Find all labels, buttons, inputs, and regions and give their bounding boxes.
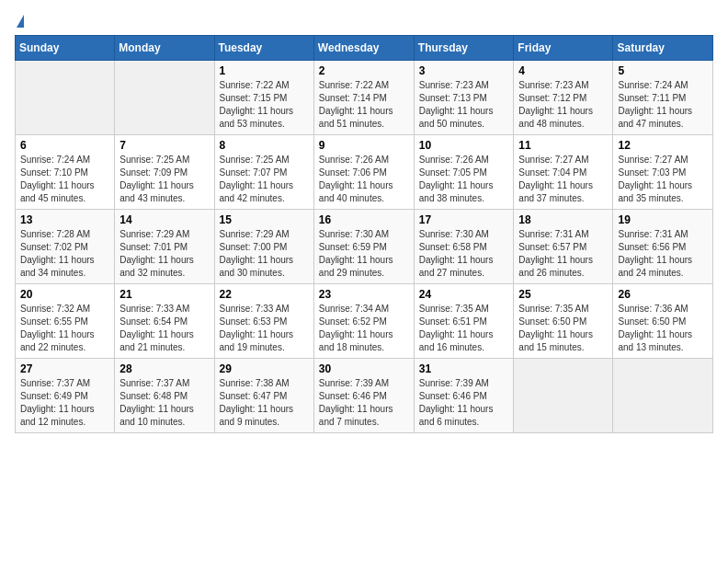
day-number: 30 <box>319 362 409 375</box>
day-info: Sunrise: 7:39 AM Sunset: 6:46 PM Dayligh… <box>419 377 509 429</box>
day-info: Sunrise: 7:35 AM Sunset: 6:50 PM Dayligh… <box>518 303 608 354</box>
calendar-cell: 12Sunrise: 7:27 AM Sunset: 7:03 PM Dayli… <box>613 135 713 210</box>
page-header <box>15 15 713 28</box>
calendar-cell <box>16 61 115 135</box>
day-info: Sunrise: 7:27 AM Sunset: 7:04 PM Dayligh… <box>518 154 608 205</box>
day-number: 17 <box>419 213 509 226</box>
calendar-cell: 1Sunrise: 7:22 AM Sunset: 7:15 PM Daylig… <box>214 61 313 135</box>
day-number: 10 <box>419 139 509 152</box>
calendar-cell: 14Sunrise: 7:29 AM Sunset: 7:01 PM Dayli… <box>115 210 214 284</box>
day-info: Sunrise: 7:25 AM Sunset: 7:09 PM Dayligh… <box>119 154 209 205</box>
day-header-monday: Monday <box>115 36 214 61</box>
calendar-cell: 7Sunrise: 7:25 AM Sunset: 7:09 PM Daylig… <box>115 135 214 210</box>
calendar-cell: 25Sunrise: 7:35 AM Sunset: 6:50 PM Dayli… <box>514 284 613 359</box>
day-info: Sunrise: 7:26 AM Sunset: 7:05 PM Dayligh… <box>419 154 509 205</box>
day-header-wednesday: Wednesday <box>313 36 414 61</box>
calendar-week-row: 20Sunrise: 7:32 AM Sunset: 6:55 PM Dayli… <box>16 284 713 359</box>
day-info: Sunrise: 7:30 AM Sunset: 6:58 PM Dayligh… <box>419 228 509 280</box>
day-number: 6 <box>20 139 109 152</box>
calendar-cell: 15Sunrise: 7:29 AM Sunset: 7:00 PM Dayli… <box>214 210 313 284</box>
calendar-header-row: SundayMondayTuesdayWednesdayThursdayFrid… <box>16 36 713 61</box>
day-info: Sunrise: 7:38 AM Sunset: 6:47 PM Dayligh… <box>220 377 309 429</box>
day-number: 16 <box>319 213 409 226</box>
calendar-week-row: 13Sunrise: 7:28 AM Sunset: 7:02 PM Dayli… <box>16 210 713 284</box>
day-number: 21 <box>119 288 209 301</box>
day-info: Sunrise: 7:33 AM Sunset: 6:53 PM Dayligh… <box>220 303 309 354</box>
calendar-week-row: 1Sunrise: 7:22 AM Sunset: 7:15 PM Daylig… <box>16 61 713 135</box>
day-number: 2 <box>319 64 409 77</box>
day-info: Sunrise: 7:26 AM Sunset: 7:06 PM Dayligh… <box>319 154 409 205</box>
day-number: 26 <box>618 288 708 301</box>
logo-triangle-icon <box>17 15 24 28</box>
calendar-cell: 4Sunrise: 7:23 AM Sunset: 7:12 PM Daylig… <box>514 61 613 135</box>
calendar-cell <box>514 359 613 433</box>
calendar-cell: 16Sunrise: 7:30 AM Sunset: 6:59 PM Dayli… <box>313 210 414 284</box>
day-info: Sunrise: 7:29 AM Sunset: 7:01 PM Dayligh… <box>119 228 209 280</box>
day-header-thursday: Thursday <box>414 36 514 61</box>
day-number: 9 <box>319 139 409 152</box>
day-info: Sunrise: 7:39 AM Sunset: 6:46 PM Dayligh… <box>319 377 409 429</box>
calendar-cell: 27Sunrise: 7:37 AM Sunset: 6:49 PM Dayli… <box>16 359 115 433</box>
calendar-cell: 20Sunrise: 7:32 AM Sunset: 6:55 PM Dayli… <box>16 284 115 359</box>
calendar-cell: 5Sunrise: 7:24 AM Sunset: 7:11 PM Daylig… <box>613 61 713 135</box>
day-number: 27 <box>20 362 109 375</box>
day-number: 8 <box>220 139 309 152</box>
calendar-cell: 2Sunrise: 7:22 AM Sunset: 7:14 PM Daylig… <box>313 61 414 135</box>
calendar-cell: 11Sunrise: 7:27 AM Sunset: 7:04 PM Dayli… <box>514 135 613 210</box>
calendar-cell: 6Sunrise: 7:24 AM Sunset: 7:10 PM Daylig… <box>16 135 115 210</box>
day-info: Sunrise: 7:31 AM Sunset: 6:57 PM Dayligh… <box>518 228 608 280</box>
day-number: 19 <box>618 213 708 226</box>
day-info: Sunrise: 7:22 AM Sunset: 7:14 PM Dayligh… <box>319 79 409 131</box>
calendar-cell <box>613 359 713 433</box>
day-header-sunday: Sunday <box>16 36 115 61</box>
day-header-friday: Friday <box>514 36 613 61</box>
calendar-cell: 30Sunrise: 7:39 AM Sunset: 6:46 PM Dayli… <box>313 359 414 433</box>
calendar-cell: 9Sunrise: 7:26 AM Sunset: 7:06 PM Daylig… <box>313 135 414 210</box>
day-number: 4 <box>518 64 608 77</box>
day-number: 22 <box>220 288 309 301</box>
day-number: 11 <box>518 139 608 152</box>
calendar-cell: 22Sunrise: 7:33 AM Sunset: 6:53 PM Dayli… <box>214 284 313 359</box>
calendar-cell: 13Sunrise: 7:28 AM Sunset: 7:02 PM Dayli… <box>16 210 115 284</box>
day-number: 18 <box>518 213 608 226</box>
day-info: Sunrise: 7:37 AM Sunset: 6:49 PM Dayligh… <box>20 377 109 429</box>
day-number: 20 <box>20 288 109 301</box>
calendar-cell: 29Sunrise: 7:38 AM Sunset: 6:47 PM Dayli… <box>214 359 313 433</box>
calendar-cell: 10Sunrise: 7:26 AM Sunset: 7:05 PM Dayli… <box>414 135 514 210</box>
day-info: Sunrise: 7:22 AM Sunset: 7:15 PM Dayligh… <box>220 79 309 131</box>
day-info: Sunrise: 7:23 AM Sunset: 7:12 PM Dayligh… <box>518 79 608 131</box>
day-number: 13 <box>20 213 109 226</box>
calendar-cell: 21Sunrise: 7:33 AM Sunset: 6:54 PM Dayli… <box>115 284 214 359</box>
day-info: Sunrise: 7:35 AM Sunset: 6:51 PM Dayligh… <box>419 303 509 354</box>
day-info: Sunrise: 7:36 AM Sunset: 6:50 PM Dayligh… <box>618 303 708 354</box>
day-info: Sunrise: 7:25 AM Sunset: 7:07 PM Dayligh… <box>220 154 309 205</box>
day-info: Sunrise: 7:33 AM Sunset: 6:54 PM Dayligh… <box>119 303 209 354</box>
day-info: Sunrise: 7:28 AM Sunset: 7:02 PM Dayligh… <box>20 228 109 280</box>
calendar-cell: 31Sunrise: 7:39 AM Sunset: 6:46 PM Dayli… <box>414 359 514 433</box>
day-number: 29 <box>220 362 309 375</box>
calendar-week-row: 27Sunrise: 7:37 AM Sunset: 6:49 PM Dayli… <box>16 359 713 433</box>
calendar-table: SundayMondayTuesdayWednesdayThursdayFrid… <box>15 35 713 433</box>
day-number: 7 <box>119 139 209 152</box>
day-number: 15 <box>220 213 309 226</box>
day-number: 1 <box>220 64 309 77</box>
calendar-cell: 26Sunrise: 7:36 AM Sunset: 6:50 PM Dayli… <box>613 284 713 359</box>
calendar-cell: 17Sunrise: 7:30 AM Sunset: 6:58 PM Dayli… <box>414 210 514 284</box>
day-info: Sunrise: 7:24 AM Sunset: 7:11 PM Dayligh… <box>618 79 708 131</box>
day-number: 23 <box>319 288 409 301</box>
day-info: Sunrise: 7:23 AM Sunset: 7:13 PM Dayligh… <box>419 79 509 131</box>
calendar-week-row: 6Sunrise: 7:24 AM Sunset: 7:10 PM Daylig… <box>16 135 713 210</box>
day-header-tuesday: Tuesday <box>214 36 313 61</box>
day-number: 3 <box>419 64 509 77</box>
logo <box>15 15 24 28</box>
calendar-cell: 8Sunrise: 7:25 AM Sunset: 7:07 PM Daylig… <box>214 135 313 210</box>
day-info: Sunrise: 7:30 AM Sunset: 6:59 PM Dayligh… <box>319 228 409 280</box>
day-info: Sunrise: 7:37 AM Sunset: 6:48 PM Dayligh… <box>119 377 209 429</box>
day-info: Sunrise: 7:29 AM Sunset: 7:00 PM Dayligh… <box>220 228 309 280</box>
calendar-cell: 28Sunrise: 7:37 AM Sunset: 6:48 PM Dayli… <box>115 359 214 433</box>
day-header-saturday: Saturday <box>613 36 713 61</box>
day-number: 24 <box>419 288 509 301</box>
calendar-cell <box>115 61 214 135</box>
day-info: Sunrise: 7:34 AM Sunset: 6:52 PM Dayligh… <box>319 303 409 354</box>
calendar-cell: 19Sunrise: 7:31 AM Sunset: 6:56 PM Dayli… <box>613 210 713 284</box>
